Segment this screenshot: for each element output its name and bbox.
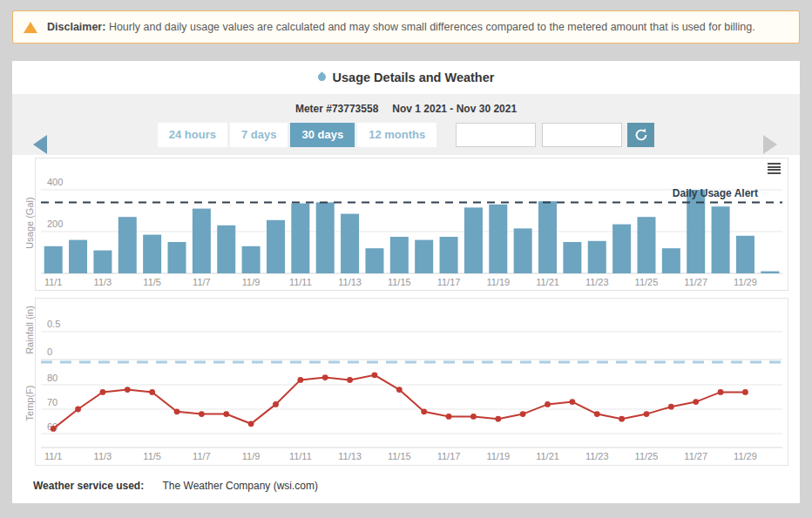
usage-bar[interactable] xyxy=(662,248,680,273)
usage-bar[interactable] xyxy=(464,207,483,273)
temp-point[interactable] xyxy=(446,414,452,420)
usage-bar[interactable] xyxy=(612,225,631,273)
chart-menu-icon[interactable] xyxy=(768,163,781,175)
temp-point[interactable] xyxy=(668,404,674,410)
axis-tick-label: 11/27 xyxy=(684,451,707,461)
tab-12-months[interactable]: 12 months xyxy=(357,123,436,147)
panel-header: Usage Details and Weather xyxy=(12,61,800,94)
axis-tick-label: 11/15 xyxy=(388,277,411,287)
temp-point[interactable] xyxy=(470,414,477,420)
controls-row: 24 hours 7 days 30 days 12 months xyxy=(12,123,800,147)
temp-point[interactable] xyxy=(693,399,699,405)
axis-tick-label: 11/11 xyxy=(289,451,312,461)
usage-bar[interactable] xyxy=(365,248,383,273)
usage-bar[interactable] xyxy=(118,217,137,273)
rainfall-y-axis-label: Rainfall (in) xyxy=(24,291,35,369)
axis-tick-label: 11/5 xyxy=(143,277,161,287)
water-drop-icon xyxy=(316,71,328,83)
weather-service-label: Weather service used: xyxy=(33,480,144,492)
temp-point[interactable] xyxy=(297,377,303,383)
usage-chart: 0200400Daily Usage Alert11/111/311/511/7… xyxy=(36,158,788,288)
daily-usage-alert-label: Daily Usage Alert xyxy=(673,187,758,199)
axis-tick-label: 11/3 xyxy=(94,451,112,461)
date-range: Nov 1 2021 - Nov 30 2021 xyxy=(392,103,517,115)
temp-point[interactable] xyxy=(742,389,748,395)
temp-point[interactable] xyxy=(322,374,328,380)
footer: Weather service used: The Weather Compan… xyxy=(12,466,800,492)
usage-bar[interactable] xyxy=(143,235,161,273)
axis-tick-label: 11/23 xyxy=(585,277,609,287)
temp-point[interactable] xyxy=(149,389,155,395)
usage-bar[interactable] xyxy=(291,204,309,273)
usage-bar[interactable] xyxy=(341,214,359,273)
next-period-button[interactable] xyxy=(763,135,777,154)
axis-tick-label: 11/29 xyxy=(734,277,757,287)
usage-bar[interactable] xyxy=(44,246,63,273)
temp-point[interactable] xyxy=(569,399,575,405)
usage-bar[interactable] xyxy=(563,242,581,273)
temp-point[interactable] xyxy=(199,411,205,417)
axis-tick-label: 11/19 xyxy=(486,451,510,461)
temp-point[interactable] xyxy=(718,389,724,395)
axis-tick-label: 11/13 xyxy=(338,277,362,287)
weather-chart-box: Rainfall (in) Temp(F) 0.50 80706011/111/… xyxy=(35,298,788,466)
usage-bar[interactable] xyxy=(390,237,409,273)
usage-bar[interactable] xyxy=(316,202,335,273)
temp-point[interactable] xyxy=(396,387,403,393)
temp-point[interactable] xyxy=(100,389,106,395)
temp-point[interactable] xyxy=(223,411,229,417)
page-title: Usage Details and Weather xyxy=(333,71,495,84)
temp-point[interactable] xyxy=(594,411,600,417)
usage-bar[interactable] xyxy=(168,242,186,273)
usage-bar[interactable] xyxy=(267,220,285,273)
usage-bar[interactable] xyxy=(440,237,458,273)
temp-point[interactable] xyxy=(372,372,378,378)
refresh-button[interactable] xyxy=(627,123,654,147)
usage-bar[interactable] xyxy=(93,251,112,273)
usage-bar[interactable] xyxy=(193,209,211,273)
usage-bar[interactable] xyxy=(69,240,87,273)
prev-period-button[interactable] xyxy=(33,135,47,154)
axis-tick-label: 11/7 xyxy=(193,277,211,287)
axis-tick-label: 11/1 xyxy=(44,277,63,287)
usage-bar[interactable] xyxy=(712,206,730,273)
usage-bar[interactable] xyxy=(415,240,433,273)
usage-bar[interactable] xyxy=(736,236,754,273)
axis-tick-label: 11/19 xyxy=(486,277,510,287)
usage-bar[interactable] xyxy=(217,225,235,273)
temp-point[interactable] xyxy=(125,387,131,393)
temp-point[interactable] xyxy=(644,411,650,417)
temp-point[interactable] xyxy=(421,408,427,414)
axis-tick-label: 11/21 xyxy=(536,277,559,287)
temp-point[interactable] xyxy=(273,401,279,407)
end-date-input[interactable] xyxy=(542,123,622,147)
disclaimer-text: Disclaimer: Hourly and daily usage value… xyxy=(47,18,755,36)
tab-24-hours[interactable]: 24 hours xyxy=(158,123,227,147)
refresh-icon xyxy=(634,128,648,142)
usage-bar[interactable] xyxy=(514,228,532,273)
temp-point[interactable] xyxy=(495,416,501,422)
temp-point[interactable] xyxy=(347,377,353,383)
warning-icon xyxy=(24,22,37,33)
axis-tick-label: 11/15 xyxy=(388,451,411,461)
usage-bar[interactable] xyxy=(242,246,261,273)
usage-bar[interactable] xyxy=(588,241,606,273)
axis-tick-label: 11/5 xyxy=(143,451,161,461)
temp-point[interactable] xyxy=(520,411,526,417)
usage-bar[interactable] xyxy=(761,272,779,273)
tab-30-days[interactable]: 30 days xyxy=(290,123,355,147)
usage-bar[interactable] xyxy=(637,217,655,273)
temp-y-axis-label: Temp(F) xyxy=(24,364,35,442)
usage-bar[interactable] xyxy=(489,205,507,273)
axis-tick-label: 11/9 xyxy=(242,451,261,461)
temp-point[interactable] xyxy=(51,426,57,432)
temp-point[interactable] xyxy=(248,420,254,427)
temp-point[interactable] xyxy=(545,401,551,407)
temp-point[interactable] xyxy=(174,408,180,414)
usage-bar[interactable] xyxy=(538,201,557,273)
tab-7-days[interactable]: 7 days xyxy=(230,123,288,147)
temp-point[interactable] xyxy=(75,407,81,413)
start-date-input[interactable] xyxy=(456,123,536,147)
axis-tick-label: 11/23 xyxy=(585,451,609,461)
temp-point[interactable] xyxy=(619,416,625,422)
